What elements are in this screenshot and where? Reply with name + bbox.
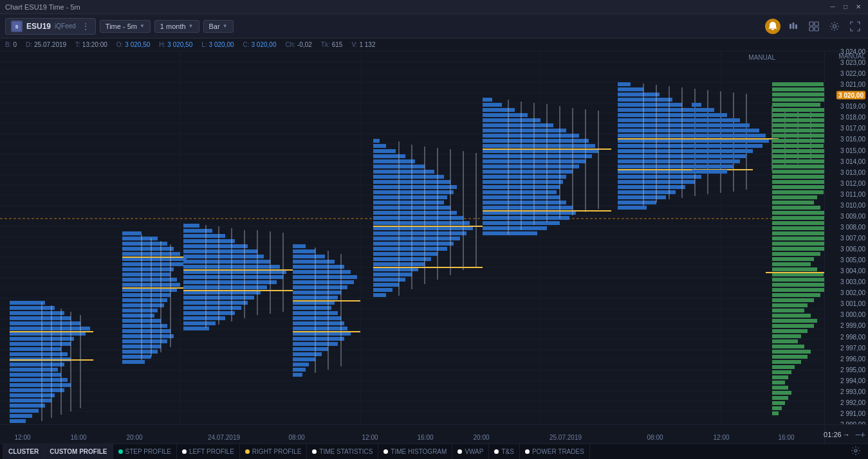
svg-rect-205 [373, 293, 386, 297]
svg-rect-361 [772, 360, 801, 364]
minimize-button[interactable]: ─ [828, 3, 837, 12]
svg-rect-332 [772, 211, 824, 215]
svg-rect-371 [772, 411, 779, 415]
symbol-selector[interactable]: S ESU19 iQFeed ⋮ [5, 18, 96, 35]
svg-rect-238 [483, 216, 569, 220]
price-level-label: 3 013,00 [840, 168, 865, 176]
layout-icon-button[interactable] [806, 19, 822, 34]
custom-profile-button[interactable]: CUSTOM PROFILE [44, 444, 113, 459]
svg-rect-320 [772, 149, 824, 153]
time-axis-controls[interactable]: 01:26 → − + [824, 425, 868, 444]
svg-rect-95 [122, 298, 167, 302]
svg-rect-359 [772, 350, 811, 354]
settings-icon-button[interactable] [827, 19, 842, 34]
info-d: D: 25.07.2019 [26, 41, 66, 48]
svg-rect-90 [122, 273, 171, 276]
zoom-minus-icon[interactable]: − [855, 429, 860, 440]
close-button[interactable]: ✕ [854, 3, 863, 12]
price-level-label: 3 005,00 [840, 256, 865, 264]
time-axis-label: 16:00 [417, 434, 433, 441]
price-axis[interactable]: MANUAL 3 024,003 023,003 022,003 021,003… [824, 51, 868, 424]
left-profile-button[interactable]: LEFT PROFILE [177, 444, 240, 459]
chart-container[interactable]: MANUAL MANUAL 3 024,003 023,003 022,003 … [0, 51, 868, 424]
svg-rect-117 [183, 239, 235, 243]
price-level-label: 2 992,00 [840, 399, 865, 406]
svg-rect-195 [373, 242, 454, 246]
svg-rect-352 [772, 314, 811, 318]
svg-rect-197 [373, 252, 438, 256]
svg-rect-313 [772, 113, 824, 117]
compare-icon-button[interactable] [786, 19, 801, 34]
svg-rect-350 [772, 303, 808, 307]
svg-rect-218 [483, 113, 528, 117]
vwap-button[interactable]: VWAP [452, 444, 489, 459]
svg-rect-182 [373, 175, 444, 179]
price-level-label: 2 998,00 [840, 333, 865, 340]
svg-rect-66 [10, 378, 68, 382]
settings-button[interactable] [846, 446, 865, 457]
svg-rect-84 [122, 242, 167, 246]
svg-rect-310 [772, 98, 824, 102]
svg-rect-360 [772, 355, 808, 359]
timeframe-selector[interactable]: Time - 5m ▼ [100, 20, 151, 33]
symbol-menu-icon[interactable]: ⋮ [81, 21, 90, 32]
chart-svg [0, 51, 824, 424]
time-labels-area: 12:0016:0020:0024.07.201908:0012:0016:00… [0, 425, 824, 444]
svg-rect-158 [293, 316, 341, 320]
svg-rect-51 [10, 301, 45, 305]
time-axis-label: 12:00 [362, 434, 378, 441]
alert-icon-button[interactable] [765, 19, 780, 34]
svg-rect-228 [483, 165, 579, 168]
price-level-label: 3 003,00 [840, 278, 865, 285]
tns-dot [494, 449, 499, 454]
svg-rect-369 [772, 401, 785, 405]
maximize-button[interactable]: □ [841, 3, 850, 12]
time-axis-label: 16:00 [778, 434, 794, 441]
svg-rect-368 [772, 396, 788, 400]
custom-profile-label: CUSTOM PROFILE [50, 448, 107, 455]
tns-button[interactable]: T&S [489, 444, 519, 459]
time-axis-label: 08:00 [647, 434, 663, 441]
info-tk-label: Tk: [321, 41, 330, 48]
info-c: C: 3 020,00 [243, 41, 277, 48]
time-axis-label: 20:00 [126, 434, 142, 441]
svg-rect-96 [122, 303, 164, 307]
svg-rect-129 [183, 301, 248, 305]
svg-rect-126 [183, 285, 267, 289]
svg-rect-67 [10, 383, 71, 387]
chart-type-selector[interactable]: Bar ▼ [203, 20, 234, 33]
svg-rect-119 [183, 249, 257, 253]
svg-rect-198 [373, 257, 431, 261]
fullscreen-icon-button[interactable] [847, 19, 863, 34]
price-level-label: 3 001,00 [840, 300, 865, 307]
power-trades-button[interactable]: POWER TRADES [520, 444, 590, 459]
price-level-label: 3 009,00 [840, 212, 865, 219]
window-controls[interactable]: ─ □ ✕ [828, 3, 863, 12]
price-level-label: 3 011,00 [840, 190, 865, 197]
step-profile-button[interactable]: STEP PROFILE [113, 444, 178, 459]
svg-rect-150 [293, 275, 357, 279]
price-level-label: 3 004,00 [840, 267, 865, 274]
svg-rect-101 [122, 329, 171, 333]
left-profile-dot [182, 449, 187, 454]
svg-rect-337 [772, 237, 824, 240]
svg-rect-149 [293, 270, 351, 274]
time-statistics-button[interactable]: TIME STATISTICS [307, 444, 378, 459]
svg-rect-175 [373, 139, 380, 143]
svg-rect-252 [618, 82, 631, 86]
svg-rect-52 [10, 306, 55, 310]
svg-rect-254 [618, 93, 660, 96]
price-level-label: 3 019,00 [840, 103, 865, 110]
svg-rect-339 [772, 247, 824, 251]
cluster-button[interactable]: CLUSTER [3, 444, 44, 459]
time-histogram-button[interactable]: TIME HISTOGRAM [378, 444, 452, 459]
svg-rect-240 [483, 226, 547, 230]
period-selector[interactable]: 1 month ▼ [154, 20, 199, 33]
chart-canvas[interactable]: MANUAL [0, 51, 824, 424]
zoom-plus-icon[interactable]: + [860, 429, 865, 440]
time-histogram-label: TIME HISTOGRAM [391, 448, 447, 455]
price-level-label: 2 997,00 [840, 344, 865, 351]
right-profile-button[interactable]: RIGHT PROFILE [240, 444, 308, 459]
svg-rect-181 [373, 170, 434, 174]
svg-rect-167 [293, 363, 309, 366]
